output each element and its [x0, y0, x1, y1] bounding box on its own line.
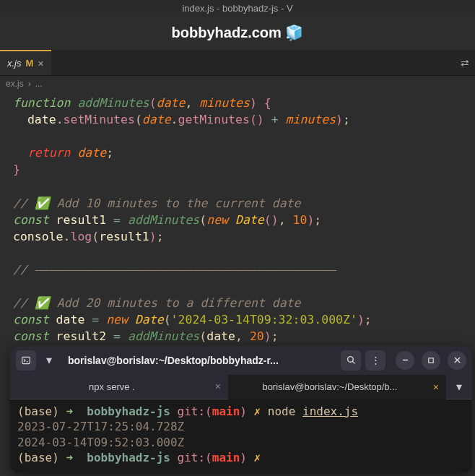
terminal-body[interactable]: (base) ➜ bobbyhadz-js git:(main) ✗ node …: [10, 399, 472, 473]
tab-index-js[interactable]: x.js M ×: [0, 50, 51, 75]
terminal-window: ▾ borislav@borislav:~/Desktop/bobbyhadz-…: [10, 346, 472, 473]
close-icon: [454, 357, 461, 363]
window-controls: [396, 351, 466, 370]
chevron-down-icon[interactable]: ▾: [40, 353, 58, 367]
editor-tabs: x.js M × ⇄: [0, 50, 475, 76]
search-icon: [347, 355, 356, 365]
minimize-button[interactable]: [396, 351, 414, 370]
search-button[interactable]: [341, 350, 361, 371]
maximize-button[interactable]: [422, 351, 440, 370]
terminal-tabs: npx serve . × borislav@borislav:~/Deskto…: [10, 375, 472, 399]
chevron-right-icon: ›: [28, 79, 31, 89]
tab-dropdown-button[interactable]: ▾: [446, 375, 472, 399]
git-compare-icon[interactable]: ⇄: [461, 57, 469, 69]
menu-button[interactable]: ⋮: [365, 350, 385, 371]
box-icon: 🧊: [285, 25, 303, 40]
close-icon[interactable]: ×: [215, 381, 221, 392]
close-icon[interactable]: ×: [433, 381, 439, 393]
terminal-tab-label: borislav@borislav:~/Desktop/b...: [235, 381, 424, 392]
terminal-tab-shell[interactable]: borislav@borislav:~/Desktop/b... ×: [228, 375, 446, 399]
terminal-tab-label: npx serve .: [17, 381, 206, 392]
close-button[interactable]: [448, 351, 466, 370]
maximize-icon: [428, 358, 434, 363]
terminal-icon: [21, 355, 31, 365]
close-icon[interactable]: ×: [38, 58, 43, 69]
svg-rect-0: [22, 357, 30, 363]
terminal-title: borislav@borislav:~/Desktop/bobbyhadz-r.…: [62, 355, 336, 366]
modified-indicator: M: [26, 58, 34, 69]
new-tab-button[interactable]: [16, 350, 36, 371]
kebab-icon: ⋮: [371, 355, 380, 365]
chevron-down-icon: ▾: [456, 380, 462, 394]
breadcrumb[interactable]: ex.js › ...: [0, 76, 475, 92]
breadcrumb-dots: ...: [35, 79, 43, 89]
minimize-icon: [402, 357, 409, 363]
code-editor[interactable]: function addMinutes(date, minutes) { dat…: [0, 92, 475, 365]
url-bar: bobbyhadz.com 🧊: [0, 17, 475, 50]
terminal-header: ▾ borislav@borislav:~/Desktop/bobbyhadz-…: [10, 346, 472, 375]
breadcrumb-file: ex.js: [6, 79, 24, 89]
terminal-tab-serve[interactable]: npx serve . ×: [10, 375, 228, 399]
tab-label: x.js: [7, 58, 22, 69]
window-title: index.js - bobbyhadz-js - V: [0, 0, 475, 17]
svg-rect-2: [429, 358, 433, 362]
url-text: bobbyhadz.com: [172, 25, 286, 40]
svg-point-1: [347, 357, 353, 363]
